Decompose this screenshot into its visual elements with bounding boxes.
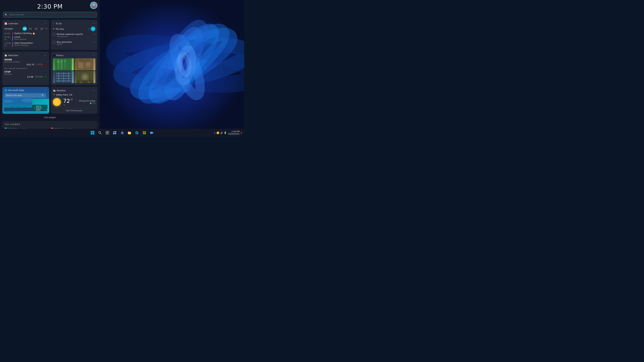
clock-time: 2:30 PM xyxy=(0,3,100,10)
svg-rect-68 xyxy=(113,133,114,134)
my-day-chevron-icon[interactable]: ▾ xyxy=(88,28,90,30)
taskbar-file-explorer-button[interactable] xyxy=(126,129,133,136)
weather-forecast-link[interactable]: See full forecast xyxy=(53,108,96,112)
weather-location-row: 📍 Valley Park, CA xyxy=(53,93,96,96)
taskbar-volume-icon[interactable]: 🔊 xyxy=(220,132,223,134)
taskbar-sys-icons: ∧ 📶 🔊 🔋 xyxy=(214,132,227,134)
edge-icon: 🌐 xyxy=(4,89,7,91)
svg-rect-49 xyxy=(12,107,12,108)
weather-icon: ⛅ xyxy=(53,89,56,92)
event-sub-sales: Teams Meeting xyxy=(14,44,33,46)
svg-rect-50 xyxy=(18,107,18,108)
weather-widget: ⛅ Weather ··· 📍 Valley Park, CA 72°F °C … xyxy=(51,87,98,114)
photo-tools[interactable] xyxy=(53,71,74,83)
taskbar-search-button[interactable] xyxy=(96,129,103,136)
edge-location-icon: 📍 xyxy=(33,107,36,109)
todo-menu-button[interactable]: ··· xyxy=(92,22,96,25)
todo-star-groceries[interactable]: ☆ xyxy=(93,41,96,43)
calendar-day-22[interactable]: 22 xyxy=(34,26,38,31)
weather-header: ⛅ Weather ··· xyxy=(53,89,96,92)
story-item-usatoday[interactable]: U USA Today · 3 mins One of the smallest… xyxy=(5,128,49,129)
svg-rect-24 xyxy=(78,62,83,68)
taskbar: ∧ 📶 🔊 🔋 2:30 PM 10/20/2021 ▌ xyxy=(0,129,244,137)
todo-star-expense[interactable]: ☆ xyxy=(93,33,96,35)
weather-sun-icon xyxy=(53,98,61,106)
taskbar-outlook-button[interactable] xyxy=(148,129,155,136)
taskbar-edge-button[interactable] xyxy=(134,129,140,136)
event-bar-lunch xyxy=(12,36,13,40)
edge-menu-button[interactable]: ··· xyxy=(44,88,47,92)
svg-point-71 xyxy=(121,132,122,133)
todo-checkbox-expense[interactable] xyxy=(53,33,56,36)
calendar-menu-button[interactable]: ··· xyxy=(44,22,47,25)
calendar-event-lunch: 12 PM1h Lunch Omar Bennet xyxy=(4,36,47,40)
taskbar-task-view-button[interactable] xyxy=(104,129,111,136)
watchlist-menu-button[interactable]: ··· xyxy=(44,54,47,57)
weather-right: Strong UV today 💧 0% xyxy=(79,100,96,104)
story-item-nbcnews[interactable]: N NBC News · 5 mins Are coffee naps the … xyxy=(51,128,95,129)
watchlist-header: 🏠 Watchlist ··· xyxy=(4,54,47,57)
taskbar-battery-icon[interactable]: 🔋 xyxy=(224,132,226,134)
svg-rect-48 xyxy=(5,107,5,108)
svg-point-80 xyxy=(150,133,151,133)
edge-arrow-icon[interactable]: ↗ xyxy=(46,108,48,111)
event-bar-birthday xyxy=(12,32,13,34)
svg-point-60 xyxy=(98,131,100,133)
calendar-chevron-icon[interactable]: ▾ xyxy=(46,27,47,30)
weather-unit-celsius: °C xyxy=(63,104,73,106)
photo-workshop[interactable] xyxy=(74,58,96,70)
svg-rect-74 xyxy=(144,131,146,133)
taskbar-network-icon[interactable]: 📶 xyxy=(216,132,219,134)
svg-rect-57 xyxy=(93,131,94,133)
watchlist-icon: 🏠 xyxy=(4,54,7,57)
event-title-sales: Sales Presentation xyxy=(14,42,33,44)
svg-rect-65 xyxy=(108,133,109,134)
calendar-day-21[interactable]: 21 xyxy=(28,26,32,31)
stock-wgrb-company: Woodgrove Bank xyxy=(4,61,47,63)
calendar-event-sales: 3:30 PM1h Sales Presentation Teams Meeti… xyxy=(4,42,47,46)
svg-rect-59 xyxy=(93,133,94,135)
taskbar-hidden-icons-button[interactable]: ∧ xyxy=(214,132,216,134)
svg-rect-52 xyxy=(32,107,32,108)
edge-image-area[interactable]: 📍 Ikema Ohashi, Japan ↗ xyxy=(2,99,49,112)
svg-rect-76 xyxy=(144,133,146,134)
search-input[interactable] xyxy=(3,12,97,17)
photo-decor[interactable] xyxy=(74,71,96,83)
todo-checkbox-groceries[interactable] xyxy=(53,41,56,44)
photos-widget: ☁ Photos ··· xyxy=(51,52,98,85)
event-info-lunch: Lunch Omar Bennet xyxy=(14,36,26,40)
event-time-sales: 3:30 PM1h xyxy=(4,42,11,46)
calendar-day-20[interactable]: 20 xyxy=(22,26,27,31)
stock-wgrb-change: -1.67% xyxy=(36,63,42,66)
photos-menu-button[interactable]: ··· xyxy=(92,54,96,57)
taskbar-teams-button[interactable] xyxy=(119,129,126,136)
todo-add-button[interactable]: + xyxy=(91,26,96,31)
svg-rect-75 xyxy=(143,133,144,134)
svg-line-61 xyxy=(100,133,101,134)
svg-rect-64 xyxy=(106,133,107,134)
taskbar-clock[interactable]: 2:30 PM 10/20/2021 xyxy=(228,130,240,135)
taskbar-store-button[interactable] xyxy=(141,129,148,136)
event-info-sales: Sales Presentation Teams Meeting xyxy=(14,42,33,46)
svg-point-70 xyxy=(122,131,123,133)
weather-main: 72°F °C Strong UV today 💧 0% xyxy=(53,98,96,106)
svg-rect-69 xyxy=(115,132,116,134)
taskbar-show-desktop-button[interactable]: ▌ xyxy=(241,132,242,134)
svg-point-38 xyxy=(82,75,88,80)
user-avatar[interactable] xyxy=(90,2,98,9)
taskbar-start-button[interactable] xyxy=(89,129,96,136)
calendar-widget: 📅 Calendar ··· October 20 21 22 23 ▾ xyxy=(2,20,49,50)
taskbar-widgets-button[interactable] xyxy=(111,129,118,136)
taskbar-clock-time: 2:30 PM xyxy=(228,130,240,133)
calendar-day-23[interactable]: 23 xyxy=(40,26,44,31)
edge-location-badge: 📍 Ikema Ohashi, Japan xyxy=(32,105,48,111)
todo-title-groceries: Buy groceries xyxy=(57,41,92,43)
photos-header: ☁ Photos ··· xyxy=(53,54,96,57)
edge-search-icon: 🔍 xyxy=(42,94,44,96)
edge-search-bar[interactable]: Search the web 🔍 xyxy=(4,93,46,97)
photo-nature[interactable] xyxy=(53,58,74,70)
add-widgets-button[interactable]: Add widgets xyxy=(0,114,100,121)
weather-menu-button[interactable]: ··· xyxy=(92,89,96,92)
todo-subtitle-groceries: Tasks xyxy=(57,43,92,45)
stock-ctsp: CTSP Contoso 23.98 +2.23% ↑ xyxy=(4,70,47,78)
